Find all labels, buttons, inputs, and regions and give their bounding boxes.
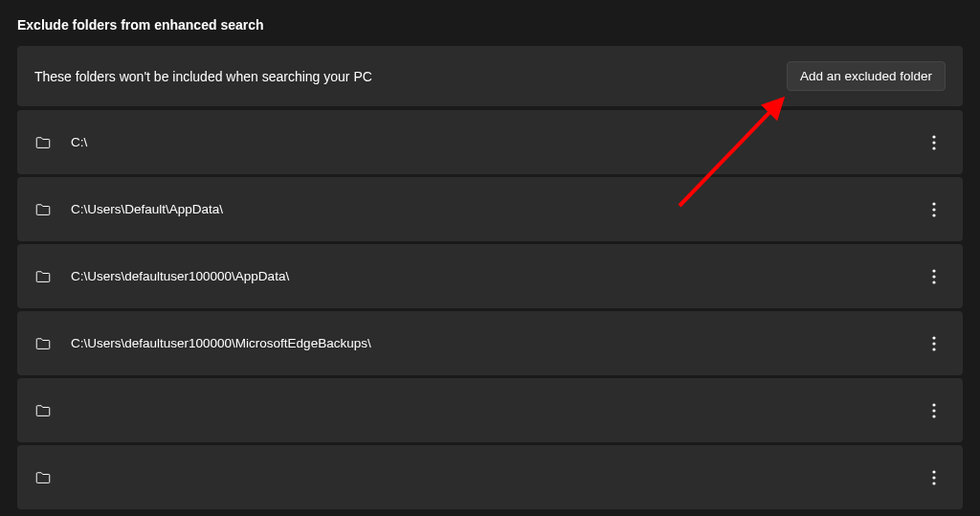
folder-row-left: C:\Users\defaultuser100000\AppData\ xyxy=(34,268,289,285)
more-options-button[interactable] xyxy=(928,194,940,225)
excluded-folder-row[interactable]: C:\ xyxy=(17,110,963,174)
svg-point-8 xyxy=(932,280,935,283)
more-options-button[interactable] xyxy=(928,261,940,292)
excluded-folder-list: C:\C:\Users\Default\AppData\C:\Users\def… xyxy=(17,110,963,509)
svg-point-0 xyxy=(932,135,935,138)
more-options-button[interactable] xyxy=(928,127,940,158)
section-title: Exclude folders from enhanced search xyxy=(17,17,963,33)
svg-point-5 xyxy=(932,213,935,216)
folder-path-label: C:\ xyxy=(71,135,87,149)
folder-icon xyxy=(34,335,52,352)
folder-path-label: C:\Users\Default\AppData\ xyxy=(71,202,223,216)
svg-point-3 xyxy=(932,202,935,205)
excluded-folder-row[interactable] xyxy=(17,445,963,509)
svg-point-16 xyxy=(932,476,935,479)
excluded-folder-row[interactable]: C:\Users\defaultuser100000\MicrosoftEdge… xyxy=(17,311,963,375)
svg-point-15 xyxy=(932,470,935,473)
more-options-button[interactable] xyxy=(928,395,940,426)
svg-point-1 xyxy=(932,141,935,144)
folder-row-left: C:\Users\defaultuser100000\MicrosoftEdge… xyxy=(34,335,371,352)
folder-path-label: C:\Users\defaultuser100000\MicrosoftEdge… xyxy=(71,336,371,350)
svg-point-12 xyxy=(932,403,935,406)
folder-path-label: C:\Users\defaultuser100000\AppData\ xyxy=(71,269,289,283)
svg-point-2 xyxy=(932,146,935,149)
folder-row-left: C:\Users\Default\AppData\ xyxy=(34,201,223,218)
folder-row-left xyxy=(34,402,71,419)
folder-icon xyxy=(34,268,52,285)
svg-point-10 xyxy=(932,342,935,345)
svg-point-17 xyxy=(932,482,935,484)
excluded-folder-row[interactable] xyxy=(17,378,963,442)
svg-point-4 xyxy=(932,208,935,211)
more-options-button[interactable] xyxy=(928,462,940,493)
folder-icon xyxy=(34,201,52,218)
folder-row-left: C:\ xyxy=(34,134,87,151)
folder-icon xyxy=(34,134,52,151)
add-excluded-folder-button[interactable]: Add an excluded folder xyxy=(787,61,946,91)
header-description: These folders won't be included when sea… xyxy=(34,69,372,84)
excluded-folder-row[interactable]: C:\Users\Default\AppData\ xyxy=(17,177,963,241)
svg-point-13 xyxy=(932,409,935,412)
svg-point-6 xyxy=(932,269,935,272)
svg-point-14 xyxy=(932,415,935,417)
header-row: These folders won't be included when sea… xyxy=(17,46,963,106)
folder-icon xyxy=(34,402,52,419)
folder-row-left xyxy=(34,469,71,486)
more-options-button[interactable] xyxy=(928,328,940,359)
svg-point-11 xyxy=(932,348,935,350)
folder-icon xyxy=(34,469,52,486)
excluded-folder-row[interactable]: C:\Users\defaultuser100000\AppData\ xyxy=(17,244,963,308)
svg-point-7 xyxy=(932,275,935,278)
svg-point-9 xyxy=(932,336,935,339)
